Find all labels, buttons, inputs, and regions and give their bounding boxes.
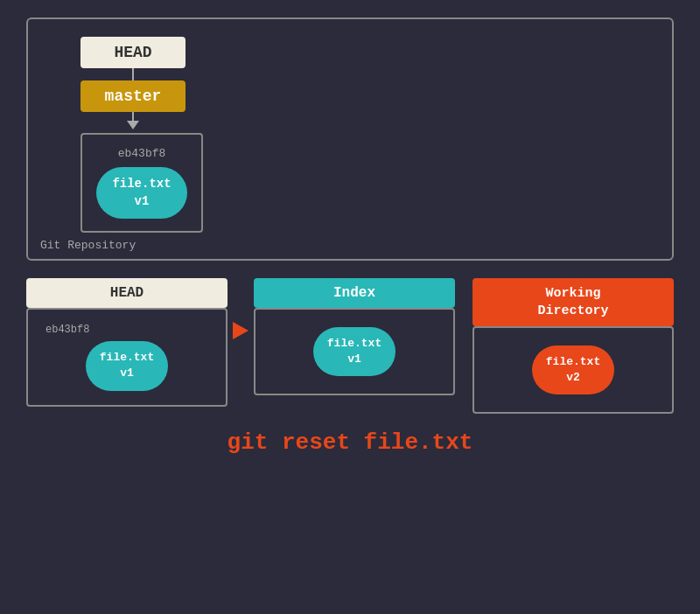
head-col-content: eb43bf8 file.txtv1 (26, 308, 228, 406)
head-label-top: HEAD (114, 44, 151, 61)
head-column: HEAD eb43bf8 file.txtv1 (26, 278, 228, 406)
connector-head-master (132, 68, 134, 80)
git-repository-box: HEAD master eb43bf8 file.txtv1 Git Repos… (26, 17, 674, 261)
top-diagram: HEAD master eb43bf8 file.txtv1 (46, 37, 654, 233)
bottom-section: HEAD eb43bf8 file.txtv1 Index file.txtv1… (26, 278, 674, 456)
index-label: Index (254, 278, 455, 308)
arrow-down-top (127, 121, 139, 129)
connector-master-commit (132, 112, 134, 121)
working-col-content: file.txtv2 (472, 326, 674, 414)
commit-id-top: eb43bf8 (96, 147, 187, 160)
head-label-bottom: HEAD (26, 278, 228, 308)
master-label: master (105, 87, 162, 105)
commit-id-bottom: eb43bf8 (42, 324, 212, 336)
git-repo-label: Git Repository (40, 239, 136, 252)
index-file-blob: file.txtv1 (313, 327, 396, 376)
master-box: master (80, 80, 186, 112)
three-col-row: HEAD eb43bf8 file.txtv1 Index file.txtv1… (26, 278, 674, 414)
file-blob-top: file.txtv1 (96, 167, 186, 219)
working-directory-column: WorkingDirectory file.txtv2 (472, 278, 674, 414)
head-file-blob: file.txtv1 (86, 341, 168, 390)
git-command-label: git reset file.txt (228, 429, 473, 456)
working-directory-label: WorkingDirectory (472, 278, 674, 326)
index-col-content: file.txtv1 (254, 308, 455, 395)
commit-box-top: eb43bf8 file.txtv1 (80, 133, 203, 233)
arrow-right-icon (233, 322, 248, 339)
working-file-blob: file.txtv2 (532, 345, 614, 394)
arrow-head-to-index (228, 278, 254, 339)
head-box-top: HEAD (80, 37, 186, 68)
index-column: Index file.txtv1 (254, 278, 455, 395)
